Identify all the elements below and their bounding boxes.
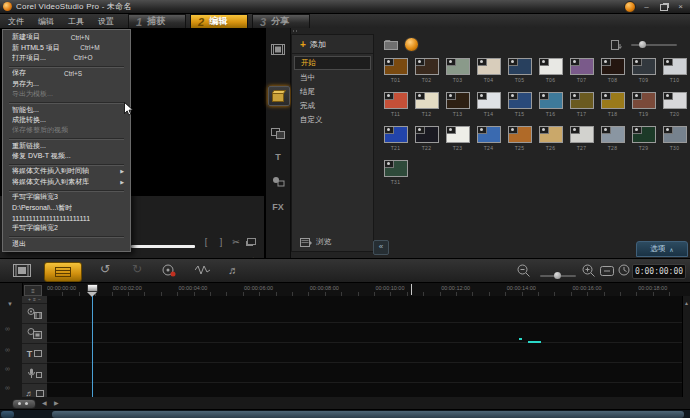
template-thumbnail[interactable]: T24 <box>473 126 504 160</box>
template-thumbnail[interactable]: T26 <box>535 126 566 160</box>
track-scroll-toggle[interactable] <box>12 399 36 409</box>
storyboard-view-icon[interactable] <box>13 264 31 277</box>
import-sort-icon[interactable] <box>611 40 623 50</box>
step-tab[interactable]: 2 编辑 <box>190 14 248 28</box>
scroll-left-icon[interactable]: ◀ <box>42 399 47 406</box>
split-clip-icon[interactable]: ✂ <box>232 237 240 247</box>
file-menu-item[interactable]: 另存为... ▶ <box>3 79 130 89</box>
overlay-track-lane[interactable] <box>47 323 683 343</box>
template-thumbnail[interactable]: T08 <box>597 58 628 92</box>
filter-library-icon[interactable]: FX <box>268 198 288 216</box>
ripple-link-icon[interactable]: ∞ <box>5 325 10 332</box>
file-menu-item[interactable]: 导出为模板... ▶ <box>3 89 130 99</box>
step-tab[interactable]: 3 分享 <box>252 14 310 28</box>
seek-bar[interactable] <box>131 245 195 248</box>
voice-track-header[interactable] <box>22 364 47 384</box>
gallery-item[interactable]: 当中 <box>292 72 373 84</box>
timeline-zoom-slider[interactable] <box>540 275 576 277</box>
template-thumbnail[interactable]: T27 <box>566 126 597 160</box>
minimize-button[interactable]: – <box>640 2 653 12</box>
voice-track-lane[interactable] <box>47 363 683 383</box>
scroll-right-icon[interactable]: ▶ <box>54 399 59 406</box>
file-menu-item[interactable]: 11111111111111111111111 ▶ <box>3 213 130 223</box>
transition-library-icon[interactable] <box>268 124 288 142</box>
redo-button[interactable]: ↻ <box>132 262 142 276</box>
browse-button[interactable]: 浏览 <box>292 237 331 247</box>
ripple-link-icon[interactable]: ∞ <box>5 384 10 391</box>
options-panel-button[interactable]: 选项 ∧ <box>636 241 688 257</box>
file-menu-item[interactable]: 成批转换... ▶ <box>3 115 130 125</box>
mark-in-button[interactable]: [ <box>202 237 210 247</box>
mark-out-button[interactable]: ] <box>217 237 225 247</box>
file-menu-item[interactable]: 手写字编辑宽3 ▶ <box>3 192 130 202</box>
remove-track-icon[interactable]: − <box>38 297 41 302</box>
template-thumbnail[interactable]: T11 <box>380 92 411 126</box>
zoom-in-icon[interactable] <box>582 264 595 277</box>
template-thumbnail[interactable]: T28 <box>597 126 628 160</box>
sound-mixer-icon[interactable] <box>195 264 210 276</box>
zoom-out-icon[interactable] <box>517 264 530 277</box>
template-thumbnail[interactable]: T25 <box>504 126 535 160</box>
menubar-item[interactable]: 文件 <box>8 16 24 27</box>
gallery-item[interactable]: 结尾 <box>292 86 373 98</box>
template-thumbnail[interactable]: T10 <box>659 58 690 92</box>
file-menu-item[interactable]: 智能包... ▶ <box>3 104 130 114</box>
auto-music-icon[interactable]: ♬ <box>228 264 239 276</box>
media-library-icon[interactable] <box>268 40 288 58</box>
file-menu-item[interactable]: 保存修整后的视频 ▶ <box>3 125 130 135</box>
template-thumbnail[interactable]: T20 <box>659 92 690 126</box>
file-menu-item[interactable]: 重新链接... ▶ <box>3 141 130 151</box>
file-menu-item[interactable]: 将媒体文件插入到素材库 ▶ <box>3 177 130 187</box>
template-thumbnail[interactable]: T04 <box>473 58 504 92</box>
template-thumbnail[interactable]: T30 <box>659 126 690 160</box>
title-library-icon[interactable]: T <box>268 148 288 166</box>
video-track-lane[interactable] <box>47 296 683 323</box>
template-thumbnail[interactable]: T01 <box>380 58 411 92</box>
timeline-tracks-area[interactable] <box>47 296 683 409</box>
file-menu-item[interactable]: 新 HTML5 项目 Ctrl+M ▶ <box>3 42 130 52</box>
file-menu-item[interactable]: 新建项目 Ctrl+N ▶ <box>3 32 130 42</box>
file-menu-item[interactable]: 退出 ▶ <box>3 239 130 249</box>
step-tab[interactable]: 1 捕获 <box>128 14 186 28</box>
template-thumbnail[interactable]: T22 <box>411 126 442 160</box>
record-capture-icon[interactable] <box>162 264 176 277</box>
instant-project-disc-icon[interactable] <box>404 37 419 52</box>
template-thumbnail[interactable]: T31 <box>380 160 411 194</box>
collapse-gallery-button[interactable]: « <box>373 240 389 255</box>
restore-button[interactable] <box>657 2 670 12</box>
timeline-view-button[interactable] <box>44 262 82 282</box>
thumbnail-zoom-slider[interactable] <box>631 44 677 46</box>
scroll-up-icon[interactable]: ▲ <box>684 300 689 306</box>
title-track-lane[interactable] <box>47 343 683 363</box>
project-duration-icon[interactable] <box>618 264 630 276</box>
overlay-track-header[interactable] <box>22 324 47 344</box>
track-add-remove-row[interactable]: + ≡ − <box>22 296 47 304</box>
add-track-icon[interactable]: + <box>28 297 31 302</box>
fit-project-icon[interactable] <box>600 266 614 276</box>
playhead-marker[interactable] <box>87 284 98 294</box>
template-thumbnail[interactable]: T13 <box>442 92 473 126</box>
enlarge-preview-icon[interactable] <box>247 237 255 247</box>
slider-handle[interactable] <box>639 41 646 48</box>
template-thumbnail[interactable]: T19 <box>628 92 659 126</box>
template-thumbnail[interactable]: T14 <box>473 92 504 126</box>
file-menu-item[interactable]: 手写字编辑宽2 ▶ <box>3 223 130 233</box>
file-menu-item[interactable]: 打开项目... Ctrl+O ▶ <box>3 53 130 63</box>
video-track-header[interactable] <box>22 304 47 324</box>
menubar-item[interactable]: 设置 <box>98 16 114 27</box>
template-thumbnail[interactable]: T07 <box>566 58 597 92</box>
template-thumbnail[interactable]: T17 <box>566 92 597 126</box>
timeline-ruler[interactable]: 00:00:00:0000:00:02:0000:00:04:0000:00:0… <box>47 283 683 296</box>
title-track-header[interactable]: T <box>22 344 47 364</box>
template-thumbnail[interactable]: T16 <box>535 92 566 126</box>
timeline-vscroll[interactable]: ▲ <box>682 296 690 409</box>
gallery-item[interactable]: 开始 <box>294 56 371 70</box>
corel-guide-icon[interactable] <box>624 1 636 13</box>
folder-icon[interactable] <box>384 39 398 50</box>
gallery-item[interactable]: 自定义 <box>292 114 373 126</box>
gallery-item[interactable]: 完成 <box>292 100 373 112</box>
template-thumbnail[interactable]: T12 <box>411 92 442 126</box>
file-menu-item[interactable]: D:\Personal\...\暂时 ▶ <box>3 202 130 212</box>
file-menu-item[interactable]: 保存 Ctrl+S ▶ <box>3 68 130 78</box>
instant-project-icon[interactable] <box>268 86 290 106</box>
